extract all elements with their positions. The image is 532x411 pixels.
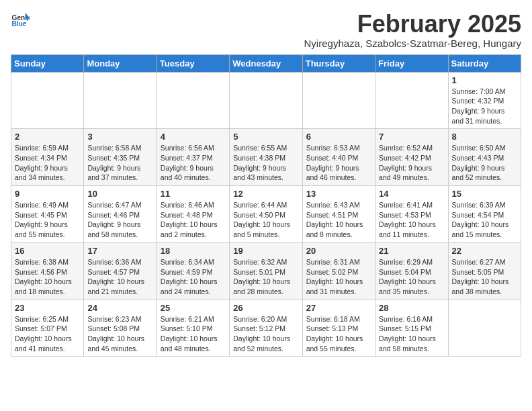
day-number: 17 bbox=[87, 246, 152, 256]
calendar-week-3: 9Sunrise: 6:49 AM Sunset: 4:45 PM Daylig… bbox=[11, 186, 521, 243]
calendar-cell: 26Sunrise: 6:20 AM Sunset: 5:12 PM Dayli… bbox=[230, 300, 302, 357]
day-info: Sunrise: 6:59 AM Sunset: 4:34 PM Dayligh… bbox=[15, 143, 80, 183]
day-number: 13 bbox=[306, 189, 371, 199]
weekday-header-row: SundayMondayTuesdayWednesdayThursdayFrid… bbox=[11, 54, 521, 72]
day-info: Sunrise: 6:18 AM Sunset: 5:13 PM Dayligh… bbox=[306, 314, 371, 354]
day-info: Sunrise: 6:52 AM Sunset: 4:42 PM Dayligh… bbox=[379, 143, 444, 183]
day-number: 11 bbox=[161, 189, 226, 199]
day-number: 24 bbox=[87, 303, 152, 313]
calendar-cell: 17Sunrise: 6:36 AM Sunset: 4:57 PM Dayli… bbox=[84, 242, 157, 300]
day-number: 22 bbox=[452, 246, 517, 256]
calendar-cell: 28Sunrise: 6:16 AM Sunset: 5:15 PM Dayli… bbox=[375, 300, 448, 357]
day-info: Sunrise: 6:46 AM Sunset: 4:48 PM Dayligh… bbox=[161, 200, 226, 240]
day-number: 16 bbox=[15, 246, 80, 256]
calendar-cell bbox=[302, 72, 375, 129]
day-number: 21 bbox=[379, 246, 444, 256]
calendar-cell: 14Sunrise: 6:41 AM Sunset: 4:53 PM Dayli… bbox=[375, 186, 448, 243]
day-number: 28 bbox=[379, 303, 444, 313]
calendar-cell: 3Sunrise: 6:58 AM Sunset: 4:35 PM Daylig… bbox=[84, 129, 157, 186]
day-number: 7 bbox=[379, 132, 444, 142]
day-info: Sunrise: 6:44 AM Sunset: 4:50 PM Dayligh… bbox=[233, 200, 298, 240]
calendar-week-4: 16Sunrise: 6:38 AM Sunset: 4:56 PM Dayli… bbox=[11, 242, 521, 300]
day-number: 1 bbox=[452, 75, 517, 85]
day-info: Sunrise: 6:29 AM Sunset: 5:04 PM Dayligh… bbox=[379, 257, 444, 297]
calendar-cell: 15Sunrise: 6:39 AM Sunset: 4:54 PM Dayli… bbox=[448, 186, 521, 243]
logo: General Blue bbox=[11, 11, 30, 30]
day-info: Sunrise: 6:21 AM Sunset: 5:10 PM Dayligh… bbox=[161, 314, 226, 354]
calendar-body: 1Sunrise: 7:00 AM Sunset: 4:32 PM Daylig… bbox=[11, 72, 521, 357]
calendar-week-1: 1Sunrise: 7:00 AM Sunset: 4:32 PM Daylig… bbox=[11, 72, 521, 129]
day-number: 6 bbox=[306, 132, 371, 142]
calendar-cell: 8Sunrise: 6:50 AM Sunset: 4:43 PM Daylig… bbox=[448, 129, 521, 186]
day-number: 8 bbox=[452, 132, 517, 142]
weekday-header-monday: Monday bbox=[84, 54, 157, 72]
title-block: February 2025 Nyiregyhaza, Szabolcs-Szat… bbox=[304, 11, 521, 49]
day-info: Sunrise: 6:49 AM Sunset: 4:45 PM Dayligh… bbox=[15, 200, 80, 240]
weekday-header-thursday: Thursday bbox=[302, 54, 375, 72]
weekday-header-tuesday: Tuesday bbox=[157, 54, 229, 72]
day-info: Sunrise: 6:31 AM Sunset: 5:02 PM Dayligh… bbox=[306, 257, 371, 297]
weekday-header-sunday: Sunday bbox=[11, 54, 84, 72]
calendar-cell: 16Sunrise: 6:38 AM Sunset: 4:56 PM Dayli… bbox=[11, 242, 84, 300]
calendar-table: SundayMondayTuesdayWednesdayThursdayFrid… bbox=[11, 54, 521, 357]
calendar-cell bbox=[11, 72, 84, 129]
day-number: 18 bbox=[161, 246, 226, 256]
day-info: Sunrise: 6:55 AM Sunset: 4:38 PM Dayligh… bbox=[233, 143, 298, 183]
day-number: 14 bbox=[379, 189, 444, 199]
calendar-cell: 12Sunrise: 6:44 AM Sunset: 4:50 PM Dayli… bbox=[230, 186, 302, 243]
calendar-cell: 24Sunrise: 6:23 AM Sunset: 5:08 PM Dayli… bbox=[84, 300, 157, 357]
day-info: Sunrise: 6:36 AM Sunset: 4:57 PM Dayligh… bbox=[87, 257, 152, 297]
day-info: Sunrise: 6:50 AM Sunset: 4:43 PM Dayligh… bbox=[452, 143, 517, 183]
day-number: 19 bbox=[233, 246, 298, 256]
calendar-cell bbox=[157, 72, 229, 129]
calendar-cell: 7Sunrise: 6:52 AM Sunset: 4:42 PM Daylig… bbox=[375, 129, 448, 186]
calendar-cell: 11Sunrise: 6:46 AM Sunset: 4:48 PM Dayli… bbox=[157, 186, 229, 243]
calendar-cell: 6Sunrise: 6:53 AM Sunset: 4:40 PM Daylig… bbox=[302, 129, 375, 186]
calendar-week-2: 2Sunrise: 6:59 AM Sunset: 4:34 PM Daylig… bbox=[11, 129, 521, 186]
calendar-cell bbox=[375, 72, 448, 129]
calendar-cell: 27Sunrise: 6:18 AM Sunset: 5:13 PM Dayli… bbox=[302, 300, 375, 357]
calendar-cell: 5Sunrise: 6:55 AM Sunset: 4:38 PM Daylig… bbox=[230, 129, 302, 186]
calendar-cell: 25Sunrise: 6:21 AM Sunset: 5:10 PM Dayli… bbox=[157, 300, 229, 357]
day-info: Sunrise: 6:43 AM Sunset: 4:51 PM Dayligh… bbox=[306, 200, 371, 240]
day-number: 12 bbox=[233, 189, 298, 199]
day-info: Sunrise: 6:25 AM Sunset: 5:07 PM Dayligh… bbox=[15, 314, 80, 354]
day-info: Sunrise: 6:53 AM Sunset: 4:40 PM Dayligh… bbox=[306, 143, 371, 183]
calendar-cell bbox=[230, 72, 302, 129]
calendar-cell: 1Sunrise: 7:00 AM Sunset: 4:32 PM Daylig… bbox=[448, 72, 521, 129]
day-info: Sunrise: 6:20 AM Sunset: 5:12 PM Dayligh… bbox=[233, 314, 298, 354]
svg-text:Blue: Blue bbox=[12, 20, 27, 28]
day-number: 4 bbox=[161, 132, 226, 142]
calendar-cell: 10Sunrise: 6:47 AM Sunset: 4:46 PM Dayli… bbox=[84, 186, 157, 243]
page-header: General Blue February 2025 Nyiregyhaza, … bbox=[11, 11, 521, 49]
calendar-cell: 4Sunrise: 6:56 AM Sunset: 4:37 PM Daylig… bbox=[157, 129, 229, 186]
day-info: Sunrise: 6:56 AM Sunset: 4:37 PM Dayligh… bbox=[161, 143, 226, 183]
day-info: Sunrise: 6:16 AM Sunset: 5:15 PM Dayligh… bbox=[379, 314, 444, 354]
day-info: Sunrise: 6:23 AM Sunset: 5:08 PM Dayligh… bbox=[87, 314, 152, 354]
calendar-cell: 18Sunrise: 6:34 AM Sunset: 4:59 PM Dayli… bbox=[157, 242, 229, 300]
calendar-cell: 13Sunrise: 6:43 AM Sunset: 4:51 PM Dayli… bbox=[302, 186, 375, 243]
weekday-header-saturday: Saturday bbox=[448, 54, 521, 72]
day-number: 3 bbox=[87, 132, 152, 142]
calendar-cell bbox=[84, 72, 157, 129]
weekday-header-friday: Friday bbox=[375, 54, 448, 72]
day-info: Sunrise: 6:47 AM Sunset: 4:46 PM Dayligh… bbox=[87, 200, 152, 240]
month-title: February 2025 bbox=[304, 11, 521, 38]
calendar-cell bbox=[448, 300, 521, 357]
calendar-cell: 2Sunrise: 6:59 AM Sunset: 4:34 PM Daylig… bbox=[11, 129, 84, 186]
day-number: 26 bbox=[233, 303, 298, 313]
weekday-header-wednesday: Wednesday bbox=[230, 54, 302, 72]
day-info: Sunrise: 6:38 AM Sunset: 4:56 PM Dayligh… bbox=[15, 257, 80, 297]
calendar-cell: 21Sunrise: 6:29 AM Sunset: 5:04 PM Dayli… bbox=[375, 242, 448, 300]
day-info: Sunrise: 6:41 AM Sunset: 4:53 PM Dayligh… bbox=[379, 200, 444, 240]
day-number: 10 bbox=[87, 189, 152, 199]
calendar-cell: 9Sunrise: 6:49 AM Sunset: 4:45 PM Daylig… bbox=[11, 186, 84, 243]
day-info: Sunrise: 6:34 AM Sunset: 4:59 PM Dayligh… bbox=[161, 257, 226, 297]
calendar-cell: 23Sunrise: 6:25 AM Sunset: 5:07 PM Dayli… bbox=[11, 300, 84, 357]
day-number: 9 bbox=[15, 189, 80, 199]
day-number: 2 bbox=[15, 132, 80, 142]
day-number: 20 bbox=[306, 246, 371, 256]
day-number: 25 bbox=[161, 303, 226, 313]
day-number: 5 bbox=[233, 132, 298, 142]
calendar-cell: 20Sunrise: 6:31 AM Sunset: 5:02 PM Dayli… bbox=[302, 242, 375, 300]
